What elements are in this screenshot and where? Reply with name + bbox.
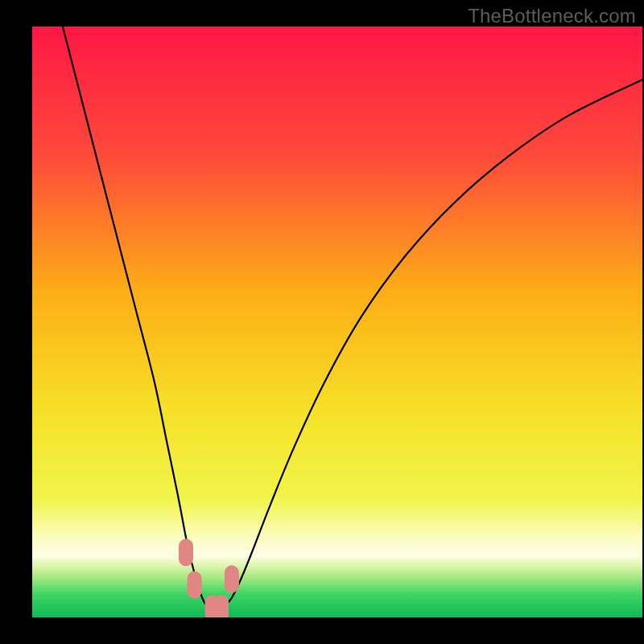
highlight-markers	[32, 27, 642, 617]
watermark-label: TheBottleneck.com	[468, 5, 636, 27]
highlight-marker	[188, 572, 202, 599]
highlight-marker	[179, 539, 193, 566]
highlight-marker	[225, 565, 239, 592]
highlight-marker	[214, 595, 229, 617]
plot-area	[32, 27, 642, 617]
chart-frame: TheBottleneck.com	[0, 0, 644, 644]
